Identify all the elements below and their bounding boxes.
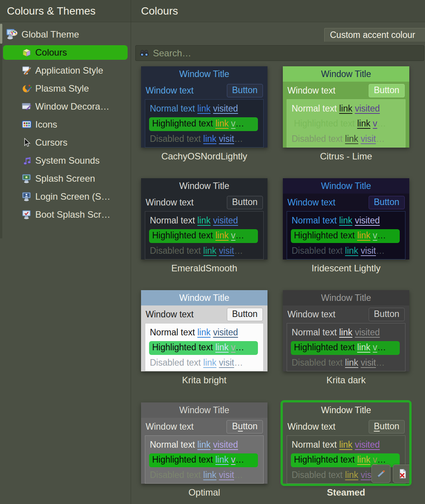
preview-window-title: Window Title	[321, 69, 371, 79]
scheme-name: Steamed	[283, 487, 409, 498]
scheme-name: EmeraldSmooth	[141, 263, 267, 274]
preview-window-title: Window Title	[179, 293, 229, 303]
preview-window-text: Window text	[146, 422, 194, 432]
preview-disabled-line: Disabled text link visit…	[292, 134, 405, 144]
sidebar-item-label: Plasma Style	[35, 83, 89, 94]
sidebar-item-label: Cursors	[35, 137, 67, 148]
sidebar-item-window-decora[interactable]: Window Decora…	[0, 97, 131, 115]
preview-highlight-line: Highlighted text link v…	[149, 453, 258, 467]
sidebar-item-label: Colours	[35, 47, 67, 58]
scheme-preview: Window Title Window text Button Normal t…	[283, 402, 409, 484]
sidebar-item-global-theme[interactable]: Global Theme	[0, 25, 131, 43]
preview-window-text: Window text	[287, 422, 335, 432]
preview-titlebar: Window Title	[141, 66, 267, 82]
scheme-card-krita-dark[interactable]: Window Title Window text Button Normal t…	[283, 290, 409, 386]
sidebar: Colours & Themes Global Theme Colours Ap…	[0, 0, 131, 504]
system-settings-window: Colours & Themes Global Theme Colours Ap…	[0, 0, 425, 504]
preview-window-title: Window Title	[179, 405, 229, 415]
scheme-card-krita-bright[interactable]: Window Title Window text Button Normal t…	[141, 290, 267, 386]
preview-disabled-line: Disabled text link visit…	[292, 358, 405, 368]
preview-view: Normal text link visited Highlighted tex…	[287, 323, 405, 371]
sidebar-item-label: Login Screen (S…	[35, 191, 110, 202]
preview-normal-line: Normal text link visited	[150, 440, 263, 450]
window-decorations-icon	[21, 101, 32, 112]
sidebar-item-label: Icons	[35, 119, 57, 130]
scheme-card-citrus-lime[interactable]: Window Title Window text Button Normal t…	[283, 66, 409, 162]
custom-accent-colour-button[interactable]: Custom accent colour	[324, 28, 425, 42]
preview-window-text: Window text	[146, 309, 194, 320]
sidebar-title-text: Colours & Themes	[7, 5, 95, 17]
system-sounds-icon	[21, 155, 32, 166]
preview-highlight-line: Highlighted text link v…	[291, 229, 400, 243]
sidebar-item-colours[interactable]: Colours	[3, 45, 128, 60]
sidebar-item-icons[interactable]: Icons	[0, 115, 131, 133]
preview-window-title: Window Title	[321, 293, 371, 303]
preview-window-title: Window Title	[179, 69, 229, 79]
preview-view: Normal text link visited Highlighted tex…	[287, 99, 405, 148]
sidebar-item-label: Window Decora…	[35, 101, 109, 112]
sidebar-item-plasma-style[interactable]: Plasma Style	[0, 79, 131, 97]
preview-window-title: Window Title	[179, 181, 229, 191]
sidebar-item-boot-splash-scr[interactable]: Boot Splash Scr…	[0, 205, 131, 223]
preview-disabled-line: Disabled text link visit…	[150, 470, 263, 480]
page-title-text: Colours	[141, 5, 178, 17]
sidebar-item-system-sounds[interactable]: System Sounds	[0, 151, 131, 169]
sidebar-item-label: Global Theme	[21, 29, 79, 40]
application-style-icon	[21, 65, 32, 76]
page-title: Colours	[131, 0, 425, 22]
scheme-card-cachyosnordlightly[interactable]: Window Title Window text Button Normal t…	[141, 66, 267, 162]
preview-highlight-line: Highlighted text link v…	[291, 117, 400, 131]
global-theme-icon	[5, 28, 18, 41]
preview-button: Button	[369, 196, 405, 209]
preview-titlebar: Window Title	[141, 290, 267, 305]
sidebar-item-label: Splash Screen	[35, 173, 95, 184]
scheme-preview: Window Title Window text Button Normal t…	[141, 402, 267, 484]
preview-button: Button	[227, 84, 263, 97]
preview-highlight-line: Highlighted text link v…	[291, 341, 400, 355]
preview-disabled-line: Disabled text link visit…	[292, 246, 405, 256]
scheme-card-iridescent-lightly[interactable]: Window Title Window text Button Normal t…	[283, 178, 409, 274]
login-screen-icon	[21, 191, 32, 202]
preview-titlebar: Window Title	[283, 290, 409, 305]
preview-window-text: Window text	[287, 197, 335, 208]
sidebar-item-cursors[interactable]: Cursors	[0, 133, 131, 151]
scheme-card-emeraldsmooth[interactable]: Window Title Window text Button Normal t…	[141, 178, 267, 274]
binoculars-icon	[139, 48, 149, 58]
scheme-name: Optimal	[141, 487, 267, 498]
preview-button: Button	[369, 84, 405, 97]
edit-scheme-button[interactable]	[371, 465, 391, 483]
preview-highlight-line: Highlighted text link v…	[149, 341, 258, 355]
boot-splash-icon	[21, 209, 32, 220]
preview-normal-line: Normal text link visited	[150, 103, 263, 114]
scheme-preview: Window Title Window text Button Normal t…	[283, 178, 409, 259]
sidebar-item-splash-screen[interactable]: Splash Screen	[0, 169, 131, 187]
preview-normal-line: Normal text link visited	[150, 327, 263, 338]
sidebar-item-label: Boot Splash Scr…	[35, 209, 110, 220]
scheme-name: Citrus - Lime	[283, 151, 409, 162]
preview-highlight-line: Highlighted text link v…	[149, 229, 258, 243]
preview-titlebar: Window Title	[141, 402, 267, 418]
preview-highlight-line: Highlighted text link v…	[149, 117, 258, 131]
sidebar-item-application-style[interactable]: Application Style	[0, 61, 131, 79]
icons-icon	[21, 119, 32, 130]
scheme-preview: Window Title Window text Button Normal t…	[283, 66, 409, 148]
preview-button: Button	[227, 196, 263, 209]
preview-titlebar: Window Title	[283, 402, 409, 418]
search-input[interactable]: Search…	[135, 45, 424, 61]
sidebar-item-login-screen-s[interactable]: Login Screen (S…	[0, 187, 131, 205]
cursors-icon	[21, 137, 32, 148]
scheme-card-optimal[interactable]: Window Title Window text Button Normal t…	[141, 402, 267, 498]
preview-normal-line: Normal text link visited	[292, 440, 405, 450]
scheme-name: Krita bright	[141, 375, 267, 386]
preview-window-title: Window Title	[321, 405, 371, 415]
content-pane: Colours Custom accent colour Search…	[131, 0, 425, 504]
preview-button: Button	[369, 420, 405, 433]
preview-disabled-line: Disabled text link visit…	[150, 358, 263, 368]
preview-button: Button	[369, 308, 405, 321]
remove-scheme-button[interactable]	[393, 465, 409, 483]
preview-button: Button	[227, 308, 263, 321]
search-placeholder: Search…	[153, 48, 191, 59]
sidebar-title: Colours & Themes	[0, 0, 131, 22]
scheme-preview: Window Title Window text Button Normal t…	[141, 178, 267, 259]
scheme-card-steamed[interactable]: Window Title Window text Button Normal t…	[283, 402, 409, 498]
